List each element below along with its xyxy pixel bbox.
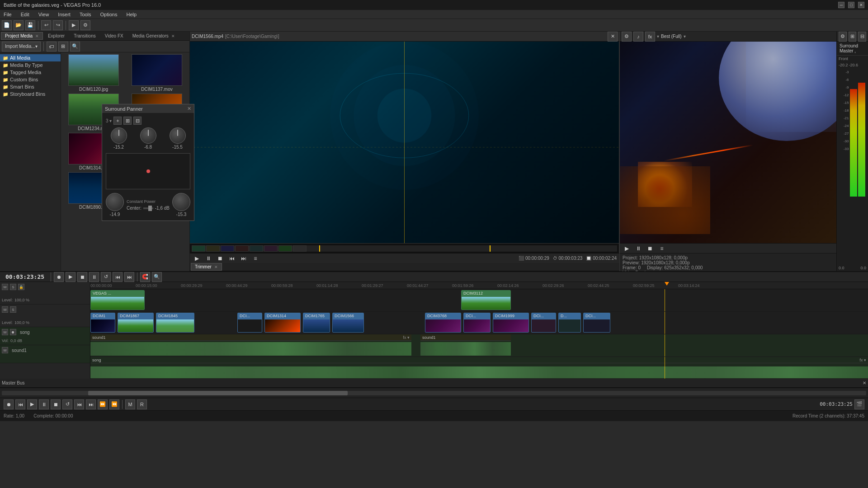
tab-project-media[interactable]: Project Media ✕	[1, 32, 43, 40]
clip-dci-mid1[interactable]: DCI...	[237, 313, 262, 333]
minimize-button[interactable]: ─	[838, 2, 844, 8]
clip-dcim1845[interactable]: DCIM1845	[156, 313, 194, 333]
track-1-lock[interactable]: 🔒	[18, 284, 24, 290]
tl-next-button[interactable]: ⏭	[124, 272, 134, 282]
menu-edit[interactable]: Edit	[19, 11, 31, 18]
clip-dcim1[interactable]: DCIM1	[90, 313, 115, 333]
import-media-button[interactable]: Import Media... ▾	[2, 42, 41, 52]
preview-menu-button[interactable]: ≡	[251, 254, 259, 263]
tab-video-fx[interactable]: Video FX	[101, 32, 127, 40]
h-scrollbar-track[interactable]	[2, 391, 866, 395]
menu-view[interactable]: View	[37, 11, 51, 18]
tree-storyboard-bins[interactable]: 📁 Storyboard Bins	[0, 90, 61, 98]
view-toggle-button[interactable]: ⊞	[58, 42, 68, 52]
bt-prev[interactable]: ⏮	[74, 399, 84, 409]
clip-dcim3768[interactable]: DCIM3768	[425, 313, 461, 333]
tab-close-project-media[interactable]: ✕	[35, 34, 39, 38]
render-button[interactable]: ▶	[69, 20, 79, 30]
rp-collapse-btn[interactable]: ⊟	[858, 32, 866, 42]
panner-knob-bottom-left[interactable]	[106, 193, 124, 211]
audio-1-record[interactable]: ⏺	[10, 329, 16, 335]
tree-custom-bins[interactable]: 📁 Custom Bins	[0, 76, 61, 83]
tag-button[interactable]: 🏷	[47, 42, 57, 52]
panner-add-button[interactable]: +	[113, 117, 122, 125]
preview-next-frame-button[interactable]: ⏭	[240, 254, 248, 263]
bt-ff[interactable]: ⏩	[98, 399, 108, 409]
tab-trimmer[interactable]: Trimmer ✕	[191, 263, 222, 271]
bt-play[interactable]: ▶	[27, 399, 37, 409]
tl-snap-button[interactable]: 🧲	[140, 272, 150, 282]
master-bus-close[interactable]: ✕	[863, 380, 866, 385]
menu-help[interactable]: Help	[124, 11, 138, 18]
panner-center-slider[interactable]	[143, 207, 153, 209]
rp-audio-button[interactable]: ♪	[633, 32, 643, 42]
tl-prev-button[interactable]: ⏮	[113, 272, 123, 282]
clip-dcim1566[interactable]: DCIM1566	[332, 313, 364, 333]
search-button[interactable]: 🔍	[70, 42, 80, 52]
bt-play-from-start[interactable]: ⏮	[15, 399, 25, 409]
clip-dcim3112[interactable]: DCIM3112	[461, 290, 511, 310]
bt-region[interactable]: R	[137, 399, 147, 409]
tree-all-media[interactable]: 📁 All Media	[0, 54, 61, 61]
tab-close-media-generators[interactable]: ✕	[171, 34, 175, 38]
settings-button[interactable]: ⚙	[80, 20, 90, 30]
clip-vegas[interactable]: VEGAS ...	[90, 290, 145, 310]
preview-close-button[interactable]: ✕	[608, 32, 618, 42]
preview-prev-frame-button[interactable]: ⏮	[228, 254, 236, 263]
tl-play-button[interactable]: ▶	[66, 272, 75, 282]
trimmer-tab-close[interactable]: ✕	[214, 265, 218, 269]
thumb-dcim1137[interactable]: DCIM1137.mov	[126, 54, 188, 92]
clip-dcim1765[interactable]: DCIM1765	[303, 313, 330, 333]
rp-settings-btn[interactable]: ⚙	[839, 32, 847, 42]
preview-pause-button[interactable]: ⏸	[204, 254, 212, 263]
panner-knob-1[interactable]	[111, 127, 127, 144]
clip-dcim1999[interactable]: DCIM1999	[493, 313, 529, 333]
audio-2-mute[interactable]: M	[2, 347, 8, 353]
bt-loop[interactable]: ↺	[62, 399, 72, 409]
tree-smart-bins[interactable]: 📁 Smart Bins	[0, 83, 61, 90]
track-1-mute[interactable]: M	[2, 284, 8, 290]
rp-stop-button[interactable]: ⏹	[646, 244, 654, 253]
bt-next[interactable]: ⏭	[86, 399, 96, 409]
track-1-solo[interactable]: S	[10, 284, 16, 290]
panner-close-button[interactable]: ✕	[187, 106, 191, 112]
bt-record[interactable]: ⏺	[4, 399, 14, 409]
rp-menu-button[interactable]: ≡	[658, 244, 666, 253]
tl-record-button[interactable]: ⏺	[54, 272, 64, 282]
audio-1-mute[interactable]: M	[2, 329, 8, 335]
panner-grid-button[interactable]: ⊟	[133, 117, 142, 125]
menu-options[interactable]: Options	[99, 11, 119, 18]
clip-d-right2[interactable]: D...	[558, 313, 581, 333]
clip-dci-right3[interactable]: DCI...	[583, 313, 610, 333]
rp-play-button[interactable]: ▶	[623, 244, 631, 253]
tab-explorer[interactable]: Explorer	[44, 32, 69, 40]
open-button[interactable]: 📂	[14, 20, 24, 30]
panner-knob-3[interactable]	[170, 127, 186, 144]
tl-zoom-button[interactable]: 🔍	[152, 272, 162, 282]
h-scrollbar-thumb[interactable]	[88, 391, 348, 395]
panner-field[interactable]	[106, 153, 190, 189]
tree-media-by-type[interactable]: 📁 Media By Type	[0, 61, 61, 69]
rp-pause-button[interactable]: ⏸	[634, 244, 642, 253]
preview-stop-button[interactable]: ⏹	[216, 254, 224, 263]
bt-timecode-btn[interactable]: 🎬	[854, 399, 864, 409]
rp-settings-button[interactable]: ⚙	[622, 32, 632, 42]
clip-dcim1314[interactable]: DCIM1314	[264, 313, 301, 333]
tl-stop-button[interactable]: ⏹	[77, 272, 87, 282]
new-button[interactable]: 📄	[2, 20, 12, 30]
tree-tagged-media[interactable]: 📁 Tagged Media	[0, 69, 61, 76]
tl-pause-button[interactable]: ⏸	[89, 272, 99, 282]
panner-knob-bottom-right[interactable]	[172, 193, 190, 211]
bt-rew[interactable]: ⏪	[109, 399, 119, 409]
tab-media-generators[interactable]: Media Generators ✕	[128, 32, 179, 40]
panner-knob-2[interactable]	[140, 127, 156, 144]
bt-pause[interactable]: ⏸	[39, 399, 49, 409]
rp-fx-button[interactable]: fx	[645, 32, 655, 42]
tab-transitions[interactable]: Transitions	[70, 32, 100, 40]
timeline-scrollbar[interactable]	[0, 388, 868, 398]
undo-button[interactable]: ↩	[41, 20, 51, 30]
track-2-mute[interactable]: M	[2, 306, 8, 313]
tl-loop-button[interactable]: ↺	[101, 272, 111, 282]
panner-view-button[interactable]: ⊞	[123, 117, 132, 125]
clip-dci-right1[interactable]: DCI...	[531, 313, 556, 333]
